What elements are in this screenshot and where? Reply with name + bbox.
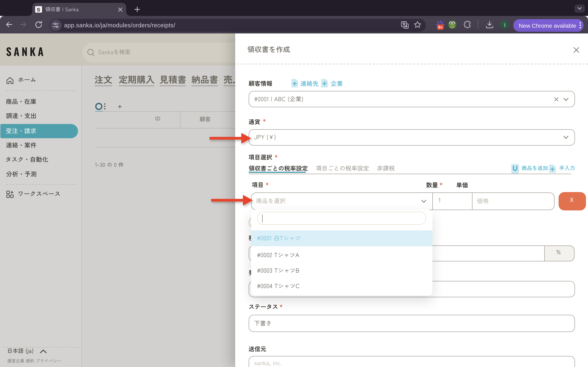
svg-text:9+: 9+ xyxy=(438,25,443,29)
